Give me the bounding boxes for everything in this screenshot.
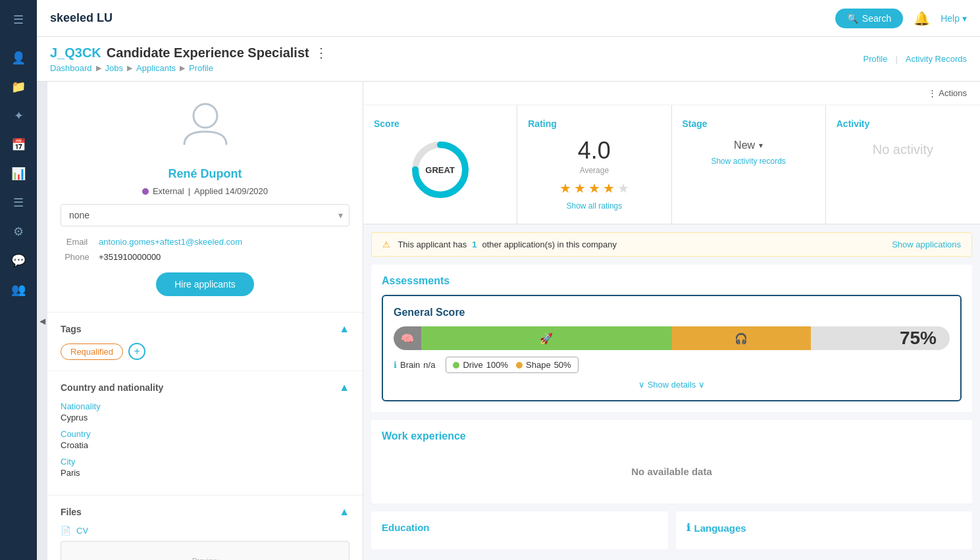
show-activity-records-link[interactable]: Show activity records [683,157,815,166]
help-button[interactable]: Help ▾ [941,13,967,24]
sidebar: ☰ 👤 📁 ✦ 📅 📊 ☰ ⚙ 💬 👥 [0,0,37,560]
email-row: Email antonio.gomes+aftest1@skeeled.com [61,234,349,249]
hire-button[interactable]: Hire applicants [156,272,254,296]
nationality-group: Nationality Cyprus [61,401,349,422]
languages-info-icon: ℹ [686,522,690,534]
topnav-right: 🔍 Search 🔔 Help ▾ [835,9,967,28]
sidebar-calendar-icon[interactable]: 📅 [5,132,32,158]
sidebar-folder-icon[interactable]: 📁 [5,74,32,100]
languages-title: ℹ Languages [686,522,962,534]
tag-requalified: Requalified [61,344,123,360]
show-applications-link[interactable]: Show applications [892,240,961,249]
breadcrumb-sep-1: ▶ [96,64,101,72]
nav-activity-link[interactable]: Activity Records [906,54,967,64]
nationality-label: Nationality [61,401,349,411]
cv-preview: Preview [61,541,349,560]
sidebar-chart-icon[interactable]: 📊 [5,161,32,187]
drive-legend-label: Drive [463,360,482,370]
star-4: ★ [603,180,615,196]
work-experience-title: Work experience [382,430,962,442]
job-header-right: Profile | Activity Records [864,54,967,64]
general-score-title: General Score [394,307,950,318]
star-3: ★ [588,180,600,196]
help-chevron-icon: ▾ [962,13,967,24]
shape-icon: 🎧 [735,332,748,345]
files-section: Files ▲ 📄 CV Preview [47,496,363,560]
candidate-applied: Applied 14/09/2020 [194,186,268,196]
search-button[interactable]: 🔍 Search [835,9,903,28]
shape-legend-label: Shape [526,360,551,370]
actions-button[interactable]: ⋮ Actions [928,88,967,98]
brain-icon: 🧠 [401,332,414,345]
actions-bar: ⋮ Actions [363,82,980,105]
cv-file[interactable]: 📄 CV [61,526,349,536]
score-donut: GREAT [407,137,473,203]
topnav: skeeled LU 🔍 Search 🔔 Help ▾ [37,0,980,37]
work-experience-no-data: No available data [382,450,962,493]
files-toggle[interactable]: ▲ [339,506,349,518]
show-all-ratings-link[interactable]: Show all ratings [528,201,660,211]
city-label: City [61,457,349,467]
tags-title: Tags [61,324,82,334]
brand: skeeled LU [50,11,113,25]
search-label: Search [862,13,891,24]
bottom-sections: Education ℹ Languages [363,511,980,557]
breadcrumb: Dashboard ▶ Jobs ▶ Applicants ▶ Profile [50,63,328,73]
breadcrumb-sep-3: ▶ [180,64,185,72]
sidebar-chat-icon[interactable]: 💬 [5,247,32,274]
stage-select-wrapper: New ▾ [683,140,815,151]
breadcrumb-jobs[interactable]: Jobs [105,63,123,73]
city-group: City Paris [61,457,349,478]
pipeline-wrapper: none [61,204,349,226]
progress-bar: 🧠 🚀 🎧 75% [394,326,950,350]
info-bar: ⚠ This applicant has 1 other application… [371,232,972,257]
sidebar-people-icon[interactable]: 👥 [5,276,32,303]
sidebar-puzzle-icon[interactable]: ⚙ [5,218,32,245]
notification-icon[interactable]: 🔔 [914,11,930,26]
star-1: ★ [559,180,571,196]
stage-value[interactable]: New [734,140,755,151]
tags-toggle[interactable]: ▲ [339,323,349,335]
drive-shape-legend: Drive 100% Shape 50% [446,357,578,373]
drive-legend: Drive 100% [453,360,508,370]
brain-info-icon: ℹ [394,360,397,370]
sidebar-menu-icon[interactable]: ☰ [5,7,32,33]
nav-profile-link[interactable]: Profile [864,54,888,64]
country-value: Croatia [61,440,349,450]
drive-icon: 🚀 [540,332,553,345]
sidebar-list-icon[interactable]: ☰ [5,190,32,216]
sidebar-user-icon[interactable]: 👤 [5,45,32,71]
phone-value: +351910000000 [99,252,161,262]
job-header-left: J_Q3CK Candidate Experience Specialist ⋮… [50,45,328,73]
stars: ★ ★ ★ ★ ★ [528,180,660,196]
breadcrumb-dashboard[interactable]: Dashboard [50,63,92,73]
general-score-box: General Score 🧠 🚀 🎧 75% [382,295,962,401]
help-label: Help [941,13,960,24]
shape-legend: Shape 50% [516,360,571,370]
score-legend: ℹ Brain n/a Drive 100% [394,357,950,373]
info-bar-left: ⚠ This applicant has 1 other application… [382,240,617,249]
country-section: Country and nationality ▲ Nationality Cy… [47,371,363,496]
right-panel: ⋮ Actions Score GREAT [363,82,980,560]
pipeline-select[interactable]: none [61,204,349,226]
stage-title: Stage [683,118,815,129]
show-details-link[interactable]: ∨ Show details ∨ [394,380,950,390]
job-menu-icon[interactable]: ⋮ [315,45,328,61]
add-tag-button[interactable]: + [128,343,145,360]
collapse-toggle[interactable]: ◀ [37,82,47,560]
nationality-value: Cyprus [61,413,349,422]
profile-card: René Dupont External | Applied 14/09/202… [47,82,363,313]
tags-section: Tags ▲ Requalified + [47,313,363,371]
breadcrumb-applicants[interactable]: Applicants [136,63,176,73]
file-icon: 📄 [61,526,71,536]
donut-wrapper: GREAT [374,137,506,203]
tags-header: Tags ▲ [61,323,349,335]
phone-row: Phone +351910000000 [61,249,349,265]
score-card: Score GREAT [363,105,517,224]
files-title: Files [61,507,82,517]
sidebar-star-icon[interactable]: ✦ [5,103,32,129]
breadcrumb-profile[interactable]: Profile [189,63,213,73]
brain-legend-value: n/a [423,360,435,370]
country-toggle[interactable]: ▲ [339,382,349,394]
country-title: Country and nationality [61,382,163,393]
